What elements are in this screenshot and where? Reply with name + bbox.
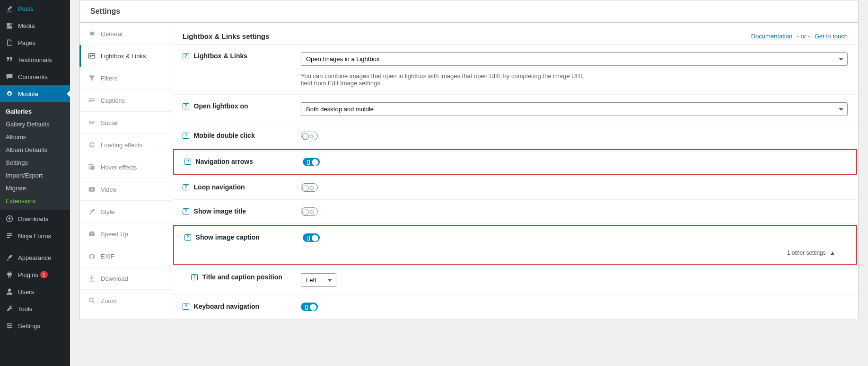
help-icon[interactable]: ?: [191, 274, 198, 280]
help-icon[interactable]: ?: [183, 133, 189, 139]
camera-icon: [88, 252, 96, 260]
tab-label: Loading effects: [101, 142, 142, 149]
sidebar-item-users[interactable]: Users: [0, 283, 70, 300]
help-icon[interactable]: ?: [184, 234, 191, 241]
show-image-title-toggle[interactable]: [301, 207, 318, 216]
tab-loading-effects[interactable]: Loading effects: [80, 134, 172, 156]
gear-icon: [5, 89, 14, 98]
help-icon[interactable]: ?: [183, 184, 189, 190]
tab-filters[interactable]: Filters: [80, 67, 172, 89]
tab-zoom[interactable]: Zoom: [80, 290, 172, 312]
help-icon[interactable]: ?: [183, 53, 189, 59]
tab-label: General: [101, 30, 123, 37]
tab-hover-effects[interactable]: Hover effects: [80, 156, 172, 179]
tab-exif[interactable]: EXIF: [80, 245, 172, 268]
tab-label: Zoom: [101, 297, 116, 304]
sidebar-item-label: Testimonials: [18, 56, 52, 63]
lightbox-links-select[interactable]: Open Images in a Lightbox: [301, 52, 848, 66]
submenu-import-export[interactable]: Import/Export: [0, 169, 70, 182]
sidebar-item-ninja-forms[interactable]: Ninja Forms: [0, 227, 70, 244]
submenu-settings[interactable]: Settings: [0, 156, 70, 169]
tab-label: Filters: [101, 75, 117, 82]
other-settings-hint[interactable]: 1 other settings ▲: [303, 244, 846, 256]
svg-point-9: [10, 325, 12, 326]
sidebar-item-comments[interactable]: Comments: [0, 68, 70, 85]
settings-tabs: General Lightbox & Links Filters Caption…: [80, 23, 172, 319]
field-show-image-title: ? Show image title: [172, 200, 858, 224]
main-content: Settings General Lightbox & Links Filter…: [70, 0, 868, 366]
field-loop-navigation: ? Loop navigation: [172, 176, 858, 200]
tab-video[interactable]: Video: [80, 179, 172, 201]
documentation-link[interactable]: Documentation: [751, 33, 792, 40]
keyboard-navigation-toggle[interactable]: [301, 303, 318, 311]
sidebar-item-appearance[interactable]: Appearance: [0, 249, 70, 266]
field-mobile-double-click: ? Mobile double click: [172, 124, 858, 148]
tab-label: EXIF: [101, 253, 114, 260]
panel-title: Settings: [80, 0, 858, 23]
tab-label: Download: [101, 275, 128, 282]
sidebar-item-modula[interactable]: Modula: [0, 85, 70, 102]
field-label: Mobile double click: [194, 132, 255, 139]
submenu-album-defaults[interactable]: Album Defaults: [0, 143, 70, 156]
loop-navigation-toggle[interactable]: [301, 183, 318, 192]
sidebar-item-media[interactable]: Media: [0, 17, 70, 34]
field-navigation-arrows: ? Navigation arrows: [173, 149, 857, 175]
help-icon[interactable]: ?: [183, 208, 189, 214]
tab-social[interactable]: Social: [80, 112, 172, 134]
sidebar-item-testimonials[interactable]: Testimonials: [0, 51, 70, 68]
wrench-icon: [5, 304, 14, 313]
sidebar-item-tools[interactable]: Tools: [0, 300, 70, 317]
field-keyboard-navigation: ? Keyboard navigation: [172, 295, 858, 319]
submenu-gallery-defaults[interactable]: Gallery Defaults: [0, 118, 70, 131]
sidebar-item-label: Pages: [18, 39, 35, 46]
plugin-icon: [5, 270, 14, 279]
tab-speed-up[interactable]: Speed Up: [80, 223, 172, 245]
tab-label: Style: [101, 208, 114, 215]
sidebar-item-downloads[interactable]: Downloads: [0, 210, 70, 227]
sidebar-item-label: Tools: [18, 305, 32, 312]
field-label: Navigation arrows: [196, 158, 253, 165]
tab-style[interactable]: Style: [80, 201, 172, 223]
help-icon[interactable]: ?: [183, 103, 189, 109]
mobile-double-click-toggle[interactable]: [301, 132, 318, 140]
sidebar-item-settings[interactable]: Settings: [0, 317, 70, 334]
sidebar-item-posts[interactable]: Posts: [0, 0, 70, 17]
help-icon[interactable]: ?: [184, 159, 191, 165]
help-icon[interactable]: ?: [183, 304, 189, 310]
sidebar-item-label: Downloads: [18, 215, 48, 223]
submenu-albums[interactable]: Albums: [0, 131, 70, 143]
svg-point-4: [8, 289, 11, 292]
sidebar-item-label: Plugins: [18, 271, 38, 278]
sidebar-item-pages[interactable]: Pages: [0, 34, 70, 51]
field-show-image-caption: ? Show image caption 1 other settings ▲: [173, 225, 857, 265]
reload-icon: [88, 141, 96, 149]
field-label: Show image caption: [196, 233, 260, 241]
tab-label: Social: [101, 119, 117, 126]
wp-admin-sidebar: Posts Media Pages Testimonials Comments …: [0, 0, 70, 366]
brush-icon: [88, 207, 96, 216]
sidebar-item-plugins[interactable]: Plugins 1: [0, 266, 70, 283]
field-label: Keyboard navigation: [194, 303, 259, 310]
lightbox-icon: [88, 52, 96, 60]
sidebar-item-label: Modula: [18, 90, 38, 98]
tab-label: Speed Up: [101, 231, 128, 238]
field-label: Lightbox & Links: [194, 52, 248, 60]
link-icon: [88, 118, 96, 127]
submenu-migrate[interactable]: Migrate: [0, 182, 70, 195]
title-caption-position-select[interactable]: Left: [301, 273, 336, 287]
tab-lightbox-links[interactable]: Lightbox & Links: [79, 45, 172, 67]
submenu-extensions[interactable]: Extensions: [0, 195, 70, 207]
get-in-touch-link[interactable]: Get in touch: [815, 33, 848, 40]
update-badge: 1: [40, 271, 48, 278]
open-lightbox-select[interactable]: Both desktop and mobile: [301, 102, 848, 116]
submenu-galleries[interactable]: Galleries: [0, 105, 70, 118]
show-image-caption-toggle[interactable]: [303, 233, 320, 242]
filter-icon: [88, 74, 96, 82]
user-icon: [5, 287, 14, 296]
tab-general[interactable]: General: [80, 23, 172, 45]
navigation-arrows-toggle[interactable]: [303, 158, 320, 166]
tab-captions[interactable]: Captions: [80, 89, 172, 112]
tab-download[interactable]: Download: [80, 268, 172, 290]
gauge-icon: [88, 230, 96, 238]
tab-label: Hover effects: [101, 164, 137, 171]
